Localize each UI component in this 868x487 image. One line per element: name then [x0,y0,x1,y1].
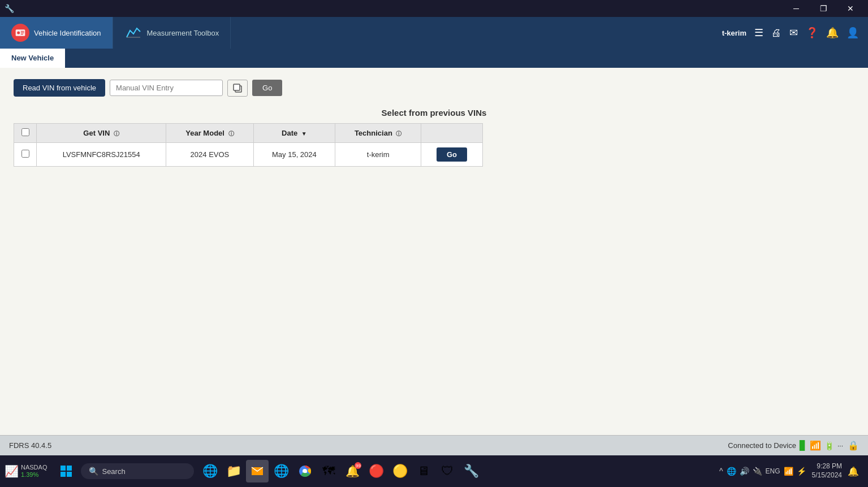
td-go: Go [421,143,483,167]
user-area: t-kerim ☰ 🖨 ✉ ❓ 🔔 👤 [713,17,868,49]
tray-chevron[interactable]: ^ [719,467,723,476]
td-checkbox [14,143,37,167]
th-year-model-label: Year Model [185,129,224,137]
version-label: FDRS 40.4.5 [9,441,51,450]
year-model-value: 2024 EVOS [191,150,230,159]
th-technician: Technician ⓘ [335,124,421,143]
start-button[interactable] [54,459,79,484]
nasdaq-value: 1.39% [21,471,47,479]
table-title: Select from previous VINs [14,108,854,118]
tray-network[interactable]: 🌐 [727,467,736,476]
taskbar-app-yellow[interactable]: 🟡 [388,460,411,482]
connected-label: Connected to Device [728,441,796,450]
date-value: May 15, 2024 [272,150,317,159]
technician-info-icon[interactable]: ⓘ [396,130,401,138]
table-header-row: Get VIN ⓘ Year Model ⓘ Date ▼ Technician… [14,124,483,143]
th-get-vin: Get VIN ⓘ [37,124,166,143]
svg-rect-8 [61,466,66,471]
td-technician: t-kerim [335,143,421,167]
taskbar-app-files[interactable]: 📁 [222,460,245,482]
clock-time: 9:28 PM [812,462,842,471]
wifi-icon[interactable]: 📶 [784,467,793,476]
connected-status: Connected to Device ▊ 📶 🔋 ··· [728,440,843,451]
taskbar-app-chrome[interactable] [293,460,316,482]
table-section: Select from previous VINs Get VIN ⓘ Year… [14,108,854,167]
print-icon[interactable]: 🖨 [771,27,781,39]
username-label: t-kerim [722,29,746,37]
status-bar: FDRS 40.4.5 Connected to Device ▊ 📶 🔋 ··… [0,435,868,455]
th-date[interactable]: Date ▼ [253,124,335,143]
clock-date: 5/15/2024 [812,471,842,480]
go-main-button[interactable]: Go [252,80,282,96]
th-technician-label: Technician [355,129,392,137]
svg-rect-9 [67,466,72,471]
vin-input[interactable] [110,80,223,96]
mail-icon[interactable]: ✉ [789,27,798,39]
taskbar-app-edge[interactable]: 🌐 [270,460,292,482]
status-right: Connected to Device ▊ 📶 🔋 ··· 🔒 [728,440,859,451]
copy-vin-button[interactable] [227,80,248,97]
measurement-icon [124,24,142,42]
help-icon[interactable]: ❓ [806,27,818,39]
svg-rect-7 [234,84,240,90]
search-bar[interactable]: 🔍 Search [81,463,194,479]
date-sort-icon: ▼ [301,131,307,137]
tray-battery[interactable]: 🔌 [753,467,762,476]
svg-rect-11 [67,472,72,477]
td-year-model: 2024 EVOS [166,143,253,167]
minimize-button[interactable]: ─ [783,0,809,17]
read-vin-button[interactable]: Read VIN from vehicle [14,79,105,97]
taskbar-app-red[interactable]: 🔴 [365,460,387,482]
taskbar-right: ^ 🌐 🔊 🔌 ENG 📶 ⚡ 9:28 PM 5/15/2024 🔔 [719,462,863,480]
title-bar: 🔧 ─ ❐ ✕ [0,0,868,17]
vehicle-id-icon [11,24,29,42]
restore-button[interactable]: ❐ [810,0,836,17]
taskbar-app-shield[interactable]: 🛡 [436,460,459,482]
tab-measurement-label: Measurement Toolbox [147,29,219,37]
row-go-button[interactable]: Go [437,147,467,162]
power-icon[interactable]: ⚡ [797,467,806,476]
bell-icon[interactable]: 🔔 [826,27,839,39]
copy-icon [232,83,243,93]
lock-icon: 🔒 [848,440,859,451]
nav-new-vehicle-label: New Vehicle [11,54,54,62]
app-icon: 🔧 [5,4,14,13]
nasdaq-widget: 📈 NASDAQ 1.39% [5,464,47,479]
taskbar-clock[interactable]: 9:28 PM 5/15/2024 [812,462,842,480]
taskbar-app-explorer[interactable] [246,460,269,482]
main-content: Read VIN from vehicle Go Select from pre… [0,68,868,435]
tab-vehicle-identification[interactable]: Vehicle Identification [0,17,113,49]
year-model-info-icon[interactable]: ⓘ [228,130,234,138]
tab-measurement-toolbox[interactable]: Measurement Toolbox [113,17,231,49]
taskbar-app-news[interactable]: 🌐 [198,460,221,482]
taskbar-app-notification[interactable]: 🔔 99 [341,460,364,482]
table-body: LVSFMNFC8RSJ21554 2024 EVOS May 15, 2024… [14,143,483,167]
svg-rect-10 [61,472,66,477]
tray-sound[interactable]: 🔊 [740,467,749,476]
language-label[interactable]: ENG [766,467,780,475]
vin-value: LVSFMNFC8RSJ21554 [63,150,140,159]
row-checkbox[interactable] [21,150,29,158]
signal-icon: 📶 [810,440,821,451]
system-tray: ^ 🌐 🔊 🔌 ENG 📶 ⚡ [719,467,806,476]
taskbar-apps: 🌐 📁 🌐 🗺 🔔 99 🔴 🟡 🖥 🛡 🔧 [198,460,482,482]
select-all-checkbox[interactable] [21,128,29,136]
nav-new-vehicle[interactable]: New Vehicle [0,49,65,68]
taskbar: 📈 NASDAQ 1.39% 🔍 Search 🌐 📁 🌐 [0,455,868,487]
nasdaq-chart-icon: 📈 [5,464,19,478]
nav-bar: New Vehicle [0,49,868,68]
th-date-label: Date [282,129,297,137]
taskbar-app-maps[interactable]: 🗺 [317,460,340,482]
close-button[interactable]: ✕ [837,0,863,17]
search-magnifier-icon: 🔍 [89,467,98,476]
get-vin-info-icon[interactable]: ⓘ [114,130,119,138]
menu-icon[interactable]: ☰ [754,27,763,39]
vin-table: Get VIN ⓘ Year Model ⓘ Date ▼ Technician… [14,123,483,167]
th-year-model: Year Model ⓘ [166,124,253,143]
th-get-vin-label: Get VIN [83,129,110,137]
th-checkbox [14,124,37,143]
notification-center-icon[interactable]: 🔔 [848,466,859,477]
taskbar-app-tool[interactable]: 🔧 [460,460,482,482]
user-profile-icon[interactable]: 👤 [847,27,859,39]
taskbar-app-monitor[interactable]: 🖥 [412,460,435,482]
